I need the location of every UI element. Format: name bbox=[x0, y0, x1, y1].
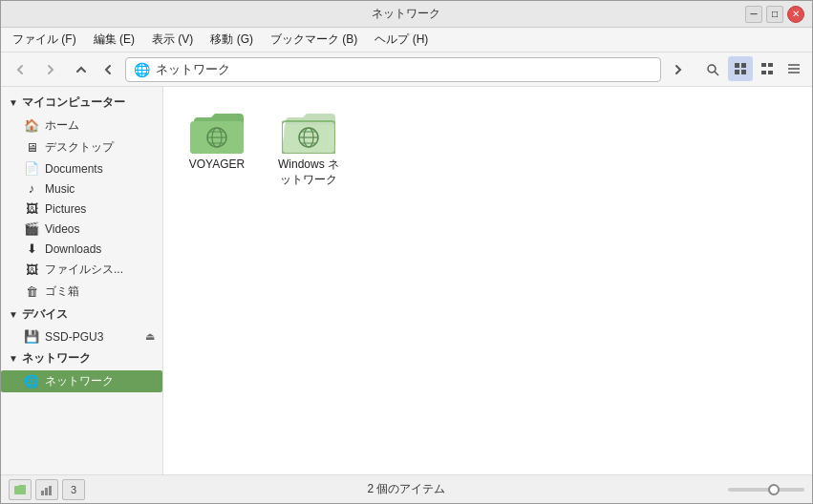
svg-rect-3 bbox=[741, 63, 746, 68]
folder-icon-windows-network bbox=[282, 108, 335, 154]
up-icon bbox=[75, 63, 88, 76]
sidebar-item-downloads-label: Downloads bbox=[45, 242, 101, 256]
prev-location-button[interactable] bbox=[98, 56, 118, 83]
sidebar-item-network[interactable]: 🌐 ネットワーク bbox=[1, 370, 162, 392]
window-title: ネットワーク bbox=[66, 6, 745, 22]
sidebar-item-documents-label: Documents bbox=[45, 162, 103, 176]
videos-icon: 🎬 bbox=[24, 221, 39, 236]
back-icon bbox=[13, 63, 27, 76]
menu-bar: ファイル (F) 編集 (E) 表示 (V) 移動 (G) ブックマーク (B)… bbox=[1, 28, 812, 52]
sidebar-item-network-label: ネットワーク bbox=[45, 373, 114, 389]
sidebar-item-home-label: ホーム bbox=[45, 117, 79, 134]
sidebar-item-desktop[interactable]: 🖥 デスクトップ bbox=[1, 136, 162, 158]
status-btn-chart[interactable] bbox=[35, 479, 58, 500]
svg-rect-8 bbox=[761, 71, 766, 74]
file-area: VOYAGER Windows ネットワーク bbox=[163, 87, 812, 474]
sidebar-item-documents[interactable]: 📄 Documents bbox=[1, 158, 162, 178]
svg-rect-25 bbox=[45, 488, 48, 495]
menu-go[interactable]: 移動 (G) bbox=[203, 30, 261, 50]
sidebar-item-filesystem[interactable]: 🖼 ファイルシス... bbox=[1, 259, 162, 281]
sidebar-item-videos-label: Videos bbox=[45, 222, 79, 236]
sidebar-section-network[interactable]: ▼ ネットワーク bbox=[1, 346, 162, 370]
home-icon: 🏠 bbox=[24, 118, 39, 133]
address-text: ネットワーク bbox=[156, 61, 653, 78]
menu-edit[interactable]: 編集 (E) bbox=[86, 30, 142, 50]
filesystem-icon: 🖼 bbox=[24, 262, 39, 277]
sidebar: ▼ マイコンピューター 🏠 ホーム 🖥 デスクトップ 📄 Documents ♪… bbox=[1, 87, 163, 474]
menu-file[interactable]: ファイル (F) bbox=[5, 30, 84, 50]
view-icons-button[interactable] bbox=[728, 56, 753, 81]
address-bar[interactable]: 🌐 ネットワーク bbox=[125, 57, 661, 82]
view-list-button[interactable] bbox=[755, 56, 780, 81]
sidebar-item-videos[interactable]: 🎬 Videos bbox=[1, 219, 162, 239]
close-button[interactable]: ✕ bbox=[787, 6, 804, 23]
next-location-button[interactable] bbox=[669, 56, 688, 83]
status-bar-right bbox=[728, 488, 804, 492]
menu-help[interactable]: ヘルプ (H) bbox=[367, 30, 436, 50]
svg-rect-26 bbox=[49, 486, 52, 495]
status-bar: 3 2 個のアイテム bbox=[1, 474, 812, 503]
folder-small-icon bbox=[13, 483, 27, 496]
svg-rect-24 bbox=[41, 491, 44, 495]
svg-rect-9 bbox=[768, 71, 773, 74]
zoom-slider[interactable] bbox=[728, 488, 804, 492]
forward-button[interactable] bbox=[37, 56, 64, 83]
sidebar-item-pictures[interactable]: 🖼 Pictures bbox=[1, 199, 162, 219]
zoom-track[interactable] bbox=[728, 488, 804, 492]
svg-rect-18 bbox=[284, 125, 333, 152]
prev-location-icon bbox=[103, 63, 113, 76]
file-item-windows-network[interactable]: Windows ネットワーク bbox=[270, 102, 347, 193]
sidebar-section-devices[interactable]: ▼ デバイス bbox=[1, 303, 162, 326]
title-bar: ネットワーク ─ □ ✕ bbox=[1, 1, 812, 28]
item-count-label: 2 個のアイテム bbox=[367, 482, 445, 495]
sidebar-item-trash[interactable]: 🗑 ゴミ箱 bbox=[1, 281, 162, 303]
maximize-button[interactable]: □ bbox=[766, 6, 783, 23]
network-arrow: ▼ bbox=[9, 353, 18, 364]
documents-icon: 📄 bbox=[24, 161, 39, 176]
status-count: 2 個のアイテム bbox=[89, 481, 724, 497]
address-globe-icon: 🌐 bbox=[134, 62, 150, 77]
file-label-windows-network: Windows ネットワーク bbox=[276, 158, 341, 187]
svg-point-0 bbox=[708, 65, 716, 73]
trash-icon: 🗑 bbox=[24, 284, 39, 299]
svg-rect-4 bbox=[735, 70, 739, 74]
view-icons-icon bbox=[734, 62, 747, 75]
sidebar-item-ssd-label: SSD-PGU3 bbox=[45, 330, 103, 344]
up-button[interactable] bbox=[68, 56, 95, 83]
next-location-icon bbox=[674, 63, 683, 76]
view-details-button[interactable] bbox=[781, 56, 806, 81]
eject-icon[interactable]: ⏏ bbox=[145, 330, 155, 343]
devices-arrow: ▼ bbox=[9, 309, 18, 320]
sidebar-item-filesystem-label: ファイルシス... bbox=[45, 262, 123, 278]
desktop-icon: 🖥 bbox=[24, 140, 39, 155]
svg-rect-5 bbox=[741, 70, 746, 74]
search-button[interactable] bbox=[699, 56, 726, 83]
expand-arrow: ▼ bbox=[9, 97, 18, 108]
main-content: ▼ マイコンピューター 🏠 ホーム 🖥 デスクトップ 📄 Documents ♪… bbox=[1, 87, 812, 474]
sidebar-item-downloads[interactable]: ⬇ Downloads bbox=[1, 239, 162, 259]
sidebar-section-mycomputer[interactable]: ▼ マイコンピューター bbox=[1, 91, 162, 115]
status-btn-folder[interactable] bbox=[9, 479, 32, 500]
sidebar-item-pictures-label: Pictures bbox=[45, 202, 86, 216]
minimize-button[interactable]: ─ bbox=[745, 6, 762, 23]
sidebar-item-music-label: Music bbox=[45, 182, 75, 196]
status-bar-left: 3 bbox=[9, 479, 85, 500]
sidebar-item-ssd[interactable]: 💾 SSD-PGU3 ⏏ bbox=[1, 326, 162, 346]
sidebar-item-music[interactable]: ♪ Music bbox=[1, 178, 162, 199]
svg-rect-2 bbox=[735, 63, 739, 68]
status-btn-three[interactable]: 3 bbox=[62, 479, 85, 500]
menu-bookmarks[interactable]: ブックマーク (B) bbox=[263, 30, 365, 50]
sidebar-item-trash-label: ゴミ箱 bbox=[45, 284, 79, 300]
folder-icon-voyager bbox=[190, 108, 244, 154]
ssd-icon: 💾 bbox=[24, 329, 39, 344]
zoom-thumb[interactable] bbox=[768, 484, 780, 495]
back-button[interactable] bbox=[7, 56, 33, 83]
status-btn-three-label: 3 bbox=[71, 484, 76, 495]
menu-view[interactable]: 表示 (V) bbox=[144, 30, 201, 50]
network-globe-icon: 🌐 bbox=[24, 374, 39, 388]
sidebar-item-home[interactable]: 🏠 ホーム bbox=[1, 115, 162, 136]
file-item-voyager[interactable]: VOYAGER bbox=[179, 102, 255, 193]
forward-icon bbox=[44, 63, 57, 76]
pictures-icon: 🖼 bbox=[24, 201, 39, 216]
svg-line-1 bbox=[715, 72, 718, 75]
